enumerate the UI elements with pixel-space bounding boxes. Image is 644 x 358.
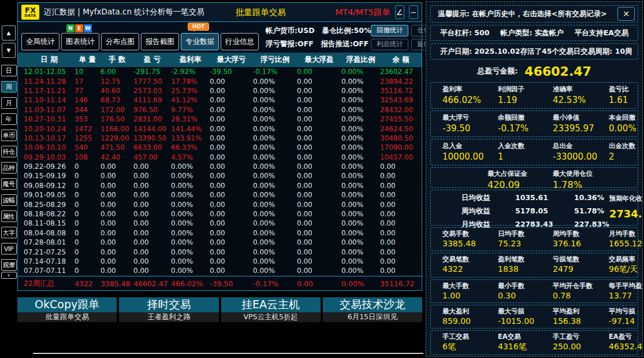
table-cell: 10 [75,68,100,76]
tab-global[interactable]: 全局统计 [21,33,59,50]
table-cell: 4111.69 [133,96,171,104]
promo-batch-follow-link[interactable]: 批量跟单交易 [236,7,286,18]
sidebar-item-holding[interactable]: 持仓 [1,146,17,157]
sidebar-item-month[interactable]: 月 [1,97,17,109]
sidebar-item-week[interactable]: 周 [1,81,17,93]
column-header: 最大浮亏 [210,55,253,65]
scroll-up-button[interactable]: ▲ [2,25,16,40]
table-cell: 0.00 [210,191,253,199]
table-row[interactable]: 10.06-10.10540471.506633.0066.33%0.000.0… [18,143,422,152]
table-cell: 11.10-11.14 [24,96,75,104]
income-percent: 227.83% [574,220,609,230]
total-pl-section: 总盈亏金额: 46602.47 [430,62,638,80]
table-row[interactable]: 11.03-11.07344172.00976.509.77%0.000.00%… [18,105,422,115]
table-row[interactable]: 07.07-07.1100.000.000.00%0.000.00%0.000.… [18,266,422,275]
sidebar-item-vip[interactable]: VIP [1,243,17,254]
table-cell: 0.00% [341,257,380,265]
table-row[interactable]: 10.13-10.1712551229.0013390.50133.91%0.0… [18,134,422,143]
table-cell: 0.00 [210,201,253,209]
table-row[interactable]: 07.14-07.1800.000.000.00%0.000.00%0.000.… [18,257,422,266]
sidebar-item-year[interactable]: 年 [1,113,17,125]
table-row[interactable]: 09.08-09.1200.000.000.00%0.000.00%0.000.… [18,181,422,190]
table-row[interactable]: 09.15-09.1900.000.000.00%0.000.00%0.000.… [18,171,422,180]
tab-industry[interactable]: 行业信息 [221,33,259,50]
ad-banner-1[interactable]: OkCopy跟单批量跟单交易 [17,297,117,322]
sidebar-item-day[interactable]: 日 [1,65,17,76]
table-row[interactable]: 11.17-11.217740.602573.0325.73%0.000.00%… [18,86,422,95]
stat-item: 交易笔数4322 [442,255,498,275]
table-row[interactable]: 09.29-10.0310842.40457.004.57%0.000.00%0… [18,153,422,162]
stat-button-drawdown[interactable]: 回撤统计 [371,25,408,36]
table-cell: 09.29-10.03 [24,153,75,161]
tab-report[interactable]: 报告截图 [141,33,179,50]
summary-cell: 4322 [75,279,100,288]
sidebar-item-attribute[interactable]: 属性 [1,211,17,222]
stat-item: 余额回撤-0.17% [498,113,553,134]
table-cell: 0.00% [341,87,380,95]
table-cell: 07.28-08.01 [24,238,75,246]
stat-button-interest[interactable]: 利息统计 [371,39,408,50]
sidebar-item-magic[interactable]: 魔号 [1,178,17,190]
stat-label: 出金次数 [609,142,638,150]
ad-banner-4[interactable]: 交易技术沙龙6月15日深圳见 [323,297,422,322]
stat-item: 盈利笔数1838 [498,255,553,275]
table-row[interactable]: 10.20-10.2414721166.0014144.00141.44%0.0… [18,124,422,133]
promo-mt4-mt5-link[interactable]: MT4/MT5跟单 [336,7,390,18]
sidebar-item-currency[interactable]: 单币 [1,130,17,141]
tab-pro[interactable]: 专业数据 [181,33,219,50]
stat-label: 最大亏损 [498,307,553,316]
column-header: 余 额 [380,55,422,65]
table-cell: 0.00% [341,182,380,190]
table-row[interactable]: 12.01-12.05106.00-291.75-2.92%-39.50-0.1… [18,67,422,76]
stat-label: 周均手数 [553,230,609,238]
scroll-down-button[interactable]: ▼ [2,43,16,58]
tab-scatter[interactable]: 分布点图 [101,33,139,50]
table-cell: 0.00 [100,219,133,227]
table-cell: 0.00 [297,267,341,275]
table-cell: 0.00 [133,201,171,209]
pencil-icon[interactable]: ∠ [395,5,404,19]
stat-item: 平均亏损-97.14 [609,307,638,326]
table-cell: 25.73% [171,87,210,95]
table-cell: 68.73 [100,96,133,104]
table-cell: 0.00 [210,87,253,95]
sidebar-collapse-button[interactable]: ∨ [1,272,17,279]
sidebar-item-range[interactable]: 波幅 [1,194,17,206]
table-row[interactable]: 07.21-07.2500.000.000.00%0.000.00%0.000.… [18,247,422,256]
table-row[interactable]: 11.24-11.281712.751777.5017.78%0.000.00%… [18,76,422,86]
table-row[interactable]: 07.28-08.0100.000.000.00%0.000.00%0.000.… [18,238,422,247]
table-cell: 12.01-12.05 [24,68,75,76]
ad-banner-3[interactable]: 挂EA云主机VPS云主机5折起 [221,297,321,322]
stat-item: 总入金10000.00 [442,142,498,162]
table-cell: 77 [75,87,100,95]
table-row[interactable]: 10.27-10.31353176.502831.0028.31%0.000.0… [18,115,422,124]
sidebar-item-symbol[interactable]: 品种 [1,162,17,174]
table-row[interactable]: 09.01-09.0500.000.000.00%0.000.00%0.000.… [18,190,422,200]
table-cell: 0.00% [253,153,297,161]
table-cell: 0.00 [100,229,133,237]
ad-banner-2[interactable]: 择时交易王者盈利之路 [119,297,218,322]
minimize-icon[interactable]: − [409,5,418,19]
table-row[interactable]: 08.04-08.0800.000.000.00%0.000.00%0.000.… [18,228,422,238]
table-row[interactable]: 08.18-08.2200.000.000.00%0.000.00%0.000.… [18,209,422,219]
table-cell: 0.00 [297,134,341,142]
table-row[interactable]: 08.25-08.2900.000.000.00%0.000.00%0.000.… [18,200,422,209]
stat-label: 交易频率 [609,255,638,264]
income-percent: 10.36% [574,193,609,203]
table-cell: 1777.50 [133,77,171,86]
table-cell: 0.00 [100,172,133,180]
table-cell: 0.00% [253,125,297,133]
tab-charts[interactable]: 图表统计 [61,33,99,50]
banner-subtitle: VPS云主机5折起 [221,312,321,322]
column-header: 单 量 [75,55,100,65]
close-icon[interactable]: ✕ [617,7,635,21]
stat-item: 每手平均盈亏13.77 [609,282,643,300]
sidebar-item-watch[interactable]: 观摩 [1,259,17,271]
table-cell: 0.00 [210,143,253,152]
annual-return-label: 预期年化收益 [609,194,643,203]
table-row[interactable]: 11.10-11.1414668.734111.6941.12%0.000.00… [18,95,422,105]
table-row[interactable]: 09.22-09.2600.000.000.00%0.000.00%0.000.… [18,162,422,171]
table-row[interactable]: 08.11-08.1500.000.000.00%0.000.00%0.000.… [18,219,422,228]
stat-item: 平均盈利156.38 [553,307,609,326]
sidebar-item-bigfont[interactable]: 大字 [1,227,17,238]
